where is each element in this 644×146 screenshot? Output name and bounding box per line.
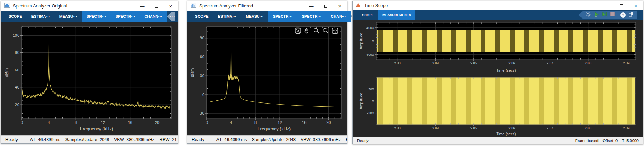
zoom-out-icon[interactable] bbox=[321, 27, 330, 35]
pan-hand-icon[interactable] bbox=[303, 27, 311, 35]
tab-group-highlight: SPECTR··· SPECTR··· CHANN··· bbox=[82, 11, 167, 22]
svg-text:20: 20 bbox=[326, 120, 331, 125]
svg-text:2.83: 2.83 bbox=[394, 61, 401, 65]
step-forward-button[interactable] bbox=[602, 11, 608, 19]
time-plot-top[interactable]: 2.832.842.852.862.872.882.89-400004000Ti… bbox=[353, 20, 643, 74]
svg-text:2.87: 2.87 bbox=[547, 126, 553, 130]
svg-text:16: 16 bbox=[128, 120, 132, 125]
simulation-toolbar: ? bbox=[578, 11, 637, 19]
status-frame-based: Frame based bbox=[575, 139, 599, 143]
svg-text:2.84: 2.84 bbox=[432, 126, 439, 130]
tab-spectral-mask[interactable]: SPECTR··· bbox=[111, 11, 140, 22]
tab-overflow-button[interactable]: ••• bbox=[167, 12, 175, 21]
plot-panel-filtered: 048121620-300306090Frequency (kHz)dBm bbox=[187, 22, 347, 135]
tab-scope[interactable]: SCOPE bbox=[190, 11, 213, 22]
svg-text:80: 80 bbox=[15, 50, 19, 55]
help-button[interactable]: ? bbox=[620, 12, 626, 18]
maximize-icon bbox=[155, 5, 158, 8]
minimize-button[interactable]: — bbox=[600, 1, 614, 10]
close-button[interactable]: × bbox=[164, 1, 178, 11]
window-title: Time Scope bbox=[364, 3, 388, 8]
svg-text:-4000: -4000 bbox=[365, 52, 374, 56]
svg-text:2.89: 2.89 bbox=[623, 126, 630, 130]
status-offset: Offset=0 bbox=[603, 139, 618, 143]
status-ready: Ready bbox=[192, 137, 204, 142]
titlebar[interactable]: Time Scope — × bbox=[353, 1, 643, 10]
svg-text:2.88: 2.88 bbox=[585, 61, 591, 65]
maximize-button[interactable] bbox=[149, 1, 164, 11]
titlebar[interactable]: Spectrum Analyzer Original — × bbox=[1, 1, 178, 11]
svg-text:2.85: 2.85 bbox=[470, 126, 477, 130]
status-rbw: RB bbox=[346, 137, 347, 142]
svg-text:2.86: 2.86 bbox=[508, 126, 515, 130]
svg-text:4: 4 bbox=[48, 120, 50, 125]
simulate-gear-icon[interactable] bbox=[585, 11, 591, 19]
spectrum-plot-original[interactable]: 04812162020406080100Frequency (kHz)dBm bbox=[1, 22, 178, 135]
svg-text:2.84: 2.84 bbox=[432, 61, 439, 65]
maximize-icon bbox=[324, 5, 327, 8]
window-time-scope: Time Scope — × SCOPE MEASUREMENTS bbox=[352, 1, 643, 144]
close-button[interactable]: × bbox=[333, 1, 347, 11]
svg-text:16: 16 bbox=[302, 120, 306, 125]
svg-text:2.86: 2.86 bbox=[508, 61, 515, 65]
tab-spectrum[interactable]: SPECTR··· bbox=[268, 11, 297, 22]
status-samples: Samples/Update=2048 bbox=[65, 137, 109, 142]
tab-group-highlight: SPECTR··· SPECTR··· CHAN··· bbox=[268, 11, 351, 22]
svg-text:Time (secs): Time (secs) bbox=[496, 132, 516, 136]
svg-text:-300: -300 bbox=[367, 111, 374, 115]
tab-scope[interactable]: SCOPE bbox=[358, 10, 378, 20]
spectrum-analyzer-icon bbox=[4, 3, 10, 9]
run-button[interactable] bbox=[594, 11, 599, 19]
status-rbw: RBW=21 bbox=[160, 137, 177, 142]
time-plot-bottom[interactable]: 2.832.842.852.862.872.882.89-3000300Time… bbox=[353, 74, 643, 137]
svg-text:8: 8 bbox=[75, 120, 77, 125]
minimize-button[interactable]: — bbox=[135, 1, 149, 11]
tab-estimation[interactable]: ESTIMA··· bbox=[213, 11, 241, 22]
zoom-in-icon[interactable] bbox=[312, 27, 321, 35]
close-button[interactable]: × bbox=[629, 1, 643, 10]
tab-strip: SCOPE ESTIMA··· MEASU··· SPECTR··· SPECT… bbox=[1, 11, 178, 22]
maximize-button[interactable] bbox=[318, 1, 333, 11]
svg-text:-30: -30 bbox=[199, 111, 204, 115]
svg-text:0: 0 bbox=[206, 120, 208, 125]
tab-measurements[interactable]: MEASU··· bbox=[241, 11, 268, 22]
titlebar[interactable]: Spectrum Analyzer Filtered — × bbox=[187, 1, 347, 11]
svg-text:100: 100 bbox=[13, 33, 19, 37]
tab-scope[interactable]: SCOPE bbox=[4, 11, 27, 22]
svg-text:12: 12 bbox=[101, 120, 105, 125]
plot-panel-original: 04812162020406080100Frequency (kHz)dBm bbox=[1, 22, 178, 135]
svg-text:Frequency (kHz): Frequency (kHz) bbox=[80, 126, 113, 131]
status-bar: Ready ΔT=46.4399 ms Samples/Update=2048 … bbox=[187, 135, 347, 143]
stop-button[interactable] bbox=[610, 12, 615, 18]
toolbar-separator bbox=[618, 12, 618, 18]
tab-spectral-mask[interactable]: SPECTR··· bbox=[297, 11, 326, 22]
maximize-button[interactable] bbox=[614, 1, 629, 10]
zoom-select-icon[interactable] bbox=[293, 27, 302, 35]
window-spectrum-analyzer-filtered: Spectrum Analyzer Filtered — × SCOPE EST… bbox=[187, 1, 347, 144]
tab-channel[interactable]: CHANN··· bbox=[140, 11, 167, 22]
dock-window-icon[interactable] bbox=[628, 12, 634, 19]
status-delta-t: ΔT=46.4399 ms bbox=[30, 137, 60, 142]
svg-text:300: 300 bbox=[368, 87, 374, 91]
svg-text:Time (secs): Time (secs) bbox=[496, 68, 516, 72]
svg-text:30: 30 bbox=[200, 74, 204, 78]
status-samples: Samples/Update=2048 bbox=[252, 137, 296, 142]
fit-to-view-icon[interactable] bbox=[331, 27, 339, 35]
spectrum-plot-filtered[interactable]: 048121620-300306090Frequency (kHz)dBm bbox=[187, 22, 347, 135]
tab-channel[interactable]: CHAN··· bbox=[326, 11, 351, 22]
svg-text:dBm: dBm bbox=[4, 68, 9, 77]
tab-measurements[interactable]: MEASU··· bbox=[55, 11, 82, 22]
desktop: Spectrum Analyzer Original — × SCOPE EST… bbox=[0, 0, 644, 146]
svg-text:2.88: 2.88 bbox=[585, 126, 591, 130]
tab-measurements[interactable]: MEASUREMENTS bbox=[378, 10, 415, 20]
tab-spectrum[interactable]: SPECTR··· bbox=[82, 11, 111, 22]
svg-text:0: 0 bbox=[21, 120, 23, 125]
tab-estimation[interactable]: ESTIMA··· bbox=[27, 11, 55, 22]
minimize-button[interactable]: — bbox=[304, 1, 318, 11]
svg-text:2.85: 2.85 bbox=[470, 61, 477, 65]
svg-text:90: 90 bbox=[200, 36, 204, 40]
status-vbw: VBW=380.7906 mHz bbox=[114, 137, 154, 142]
status-time: T=5.0000 bbox=[622, 139, 639, 143]
svg-text:dBm: dBm bbox=[190, 68, 195, 77]
window-title: Spectrum Analyzer Original bbox=[13, 4, 67, 9]
